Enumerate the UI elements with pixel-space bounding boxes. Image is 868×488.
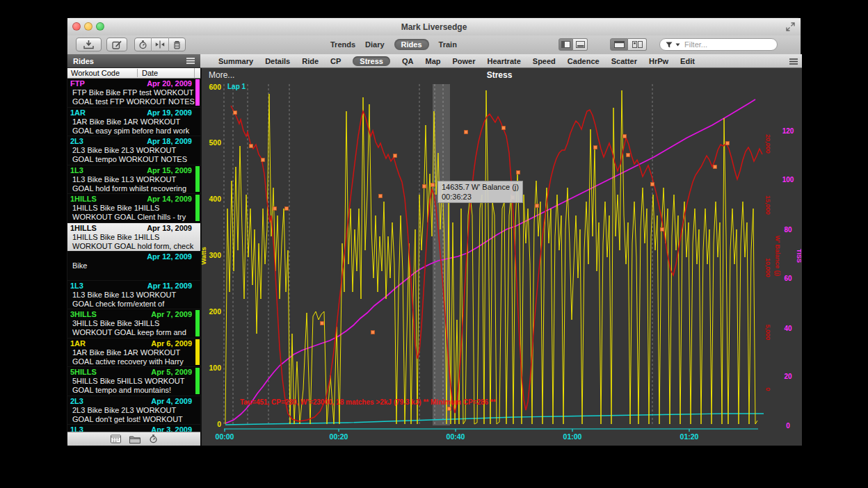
ride-row[interactable]: 2L3Apr 18, 20092L3 Bike Bike 2L3 WORKOUT… xyxy=(67,136,200,165)
tabbed-view-button[interactable] xyxy=(610,38,628,51)
wbal-tick-label: 15,000 xyxy=(764,195,771,215)
ride-description: 5HILLS Bike 5HILLS WORKOUT GOAL tempo an… xyxy=(70,377,195,395)
manual-entry-button[interactable] xyxy=(106,38,127,51)
tooltip-value: 14635.7 W' Balance (j) xyxy=(442,182,519,192)
ride-row[interactable]: Apr 12, 2009Bike xyxy=(67,252,200,281)
main-toolbar: TrendsDiaryRidesTrain xyxy=(67,35,801,55)
match-marker xyxy=(321,322,324,325)
scope-tab-diary[interactable]: Diary xyxy=(365,40,385,49)
stress-plot[interactable]: 00:0000:2000:4001:0001:20600500400300200… xyxy=(200,67,801,446)
ride-description: FTP Bike Bike FTP test WORKOUT GOAL test… xyxy=(70,88,195,106)
fullscreen-icon[interactable] xyxy=(786,22,795,31)
title-bar[interactable]: Mark Liversedge xyxy=(67,18,801,35)
chart-tab-details[interactable]: Details xyxy=(265,57,290,65)
sidebar-header: Rides xyxy=(67,54,200,68)
toggle-sidebar-button[interactable] xyxy=(558,38,573,51)
stopwatch-small-icon[interactable] xyxy=(149,434,158,444)
ride-list: FTPApr 20, 2009FTP Bike Bike FTP test WO… xyxy=(67,79,200,432)
ride-list-column-header[interactable]: Workout Code Date xyxy=(67,68,200,79)
match-marker xyxy=(627,154,630,157)
chart-tab-cp[interactable]: CP xyxy=(330,57,341,65)
match-marker xyxy=(594,146,597,149)
ride-description: 2L3 Bike Bike 2L3 WORKOUT GOAL tempo WOR… xyxy=(70,146,195,164)
chart-tab-heartrate[interactable]: Heartrate xyxy=(488,57,521,65)
folder-icon[interactable] xyxy=(129,435,140,444)
speed-series xyxy=(225,414,764,425)
ride-date: Apr 15, 2009 xyxy=(147,166,192,175)
chart-tab-hrpw[interactable]: HrPw xyxy=(649,57,668,65)
close-button[interactable] xyxy=(72,22,81,31)
lap-label: Lap 1 xyxy=(227,83,246,90)
delete-ride-button[interactable] xyxy=(169,38,185,51)
ride-workout-code: 1HILLS xyxy=(70,195,97,204)
tiss-tick-label: 100 xyxy=(782,176,794,184)
ride-workout-code: 3HILLS xyxy=(70,310,97,319)
match-marker xyxy=(371,331,375,334)
ride-description: 1L3 Bike Bike 1L3 WORKOUT GOAL hold form… xyxy=(70,175,195,193)
column-workout-code[interactable]: Workout Code xyxy=(67,69,137,77)
match-marker xyxy=(431,184,435,187)
chart-tab-map[interactable]: Map xyxy=(425,57,440,65)
chart-tab-power[interactable]: Power xyxy=(452,57,475,65)
calendar-icon[interactable] xyxy=(111,434,121,444)
scope-tab-train[interactable]: Train xyxy=(439,40,457,49)
ride-workout-code: 2L3 xyxy=(70,397,83,406)
ride-date: Apr 6, 2009 xyxy=(151,339,192,348)
ride-row[interactable]: FTPApr 20, 2009FTP Bike Bike FTP test WO… xyxy=(67,79,200,108)
import-ride-button[interactable] xyxy=(76,38,102,51)
ride-row[interactable]: 1HILLSApr 13, 20091HILLS Bike Bike 1HILL… xyxy=(67,223,200,252)
ride-date: Apr 4, 2009 xyxy=(151,397,192,406)
ride-date: Apr 13, 2009 xyxy=(147,224,192,233)
intervals-button[interactable] xyxy=(135,38,152,51)
match-marker xyxy=(465,131,468,134)
ride-row[interactable]: 1ARApr 19, 20091AR Bike Bike 1AR WORKOUT… xyxy=(67,108,200,137)
tiss-series xyxy=(225,99,755,423)
chart-tab-summary[interactable]: Summary xyxy=(218,57,253,65)
chart-tab-edit[interactable]: Edit xyxy=(680,57,695,65)
chevron-down-icon[interactable] xyxy=(675,43,680,47)
split-ride-button[interactable] xyxy=(152,38,168,51)
ride-description: 1AR Bike Bike 1AR WORKOUT GOAL easy spim… xyxy=(70,117,195,136)
cp-annotation: Tau=451, CP=280, W'=23000, 18 matches >2… xyxy=(240,398,496,406)
chart-tab-cadence[interactable]: Cadence xyxy=(568,57,600,65)
watts-tick-label: 600 xyxy=(209,83,221,91)
ride-tools-group xyxy=(134,38,186,51)
ride-date: Apr 18, 2009 xyxy=(147,137,192,146)
toggle-lowbar-button[interactable] xyxy=(573,38,588,51)
match-marker xyxy=(623,135,627,138)
ride-row[interactable]: 3HILLSApr 7, 20093HILLS Bike Bike 3HILLS… xyxy=(67,309,200,339)
scope-tab-rides[interactable]: Rides xyxy=(394,39,429,50)
ride-row[interactable]: 1L3Apr 15, 20091L3 Bike Bike 1L3 WORKOUT… xyxy=(67,165,200,195)
ride-description: 1HILLS Bike Bike 1HILLS WORKOUT GOAL Cle… xyxy=(70,204,195,222)
ride-date: Apr 5, 2009 xyxy=(151,368,192,377)
chart-tab-scatter[interactable]: Scatter xyxy=(611,57,637,65)
chart-menu-icon[interactable] xyxy=(789,58,798,65)
funnel-icon[interactable] xyxy=(666,42,673,48)
match-marker xyxy=(250,145,253,148)
column-date[interactable]: Date xyxy=(137,69,194,77)
ride-description: Bike xyxy=(70,261,195,279)
ride-date: Apr 7, 2009 xyxy=(151,310,192,319)
sidebar-menu-icon[interactable] xyxy=(186,58,195,64)
chart-tab-stress[interactable]: Stress xyxy=(353,56,390,66)
chart-tab-speed[interactable]: Speed xyxy=(533,57,556,65)
scope-tab-trends[interactable]: Trends xyxy=(330,40,355,49)
ride-workout-code: 1HILLS xyxy=(70,224,97,233)
chart-tab-qa[interactable]: QA xyxy=(402,57,414,65)
ride-row[interactable]: 1ARApr 6, 20091AR Bike Bike 1AR WORKOUT … xyxy=(67,339,200,368)
ride-description: 2L3 Bike Bike 2L3 WORKOUT GOAL don't get… xyxy=(70,406,195,424)
sidebar-title: Rides xyxy=(73,57,94,65)
zoom-button[interactable] xyxy=(96,22,104,31)
ride-row[interactable]: 5HILLSApr 5, 20095HILLS Bike 5HILLS WORK… xyxy=(67,367,200,396)
x-axis-tick-label: 01:00 xyxy=(563,432,582,441)
ride-row[interactable]: 1HILLSApr 14, 20091HILLS Bike Bike 1HILL… xyxy=(67,194,200,223)
minimize-button[interactable] xyxy=(84,22,93,31)
chart-tab-ride[interactable]: Ride xyxy=(302,57,319,65)
tiled-view-button[interactable] xyxy=(628,38,647,51)
match-marker xyxy=(379,195,383,198)
x-axis-tick-label: 01:20 xyxy=(680,432,699,441)
ride-row[interactable]: 1L3Apr 3, 2009 xyxy=(67,425,200,432)
ride-row[interactable]: 1L3Apr 11, 20091L3 Bike Bike 1L3 WORKOUT… xyxy=(67,281,200,310)
ride-row[interactable]: 2L3Apr 4, 20092L3 Bike Bike 2L3 WORKOUT … xyxy=(67,396,200,425)
filter-input[interactable] xyxy=(683,40,762,49)
